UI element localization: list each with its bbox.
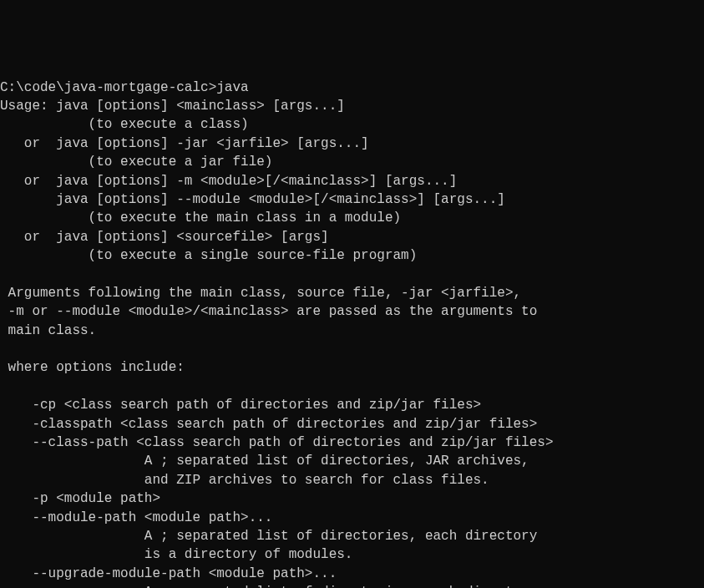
output-line: Usage: java [options] <mainclass> [args.… bbox=[0, 99, 345, 114]
output-line: Arguments following the main class, sour… bbox=[0, 286, 521, 301]
output-line: main class. bbox=[0, 323, 96, 338]
output-line: or java [options] <sourcefile> [args] bbox=[0, 230, 329, 245]
output-line: -classpath <class search path of directo… bbox=[0, 417, 537, 432]
output-line: or java [options] -m <module>[/<mainclas… bbox=[0, 174, 457, 189]
output-line: A ; separated list of directories, each … bbox=[0, 585, 537, 588]
command-prompt: C:\code\java-mortgage-calc>java bbox=[0, 80, 249, 95]
output-line: A ; separated list of directories, each … bbox=[0, 529, 537, 544]
output-line: java [options] --module <module>[/<mainc… bbox=[0, 192, 505, 207]
output-line: (to execute a jar file) bbox=[0, 155, 272, 170]
output-line: or java [options] -jar <jarfile> [args..… bbox=[0, 136, 369, 151]
output-line: -m or --module <module>/<mainclass> are … bbox=[0, 304, 537, 319]
output-line: -cp <class search path of directories an… bbox=[0, 398, 481, 413]
output-line: --upgrade-module-path <module path>... bbox=[0, 566, 337, 581]
output-line: and ZIP archives to search for class fil… bbox=[0, 473, 489, 488]
output-line: -p <module path> bbox=[0, 491, 160, 506]
output-line: is a directory of modules. bbox=[0, 547, 352, 562]
output-line: --class-path <class search path of direc… bbox=[0, 435, 554, 450]
output-line: (to execute the main class in a module) bbox=[0, 210, 401, 226]
output-line: (to execute a single source-file program… bbox=[0, 248, 417, 263]
terminal-output[interactable]: C:\code\java-mortgage-calc>java Usage: j… bbox=[0, 79, 704, 588]
output-line: --module-path <module path>... bbox=[0, 510, 272, 525]
output-line: where options include: bbox=[0, 360, 185, 375]
output-line: (to execute a class) bbox=[0, 117, 249, 132]
output-line: A ; separated list of directories, JAR a… bbox=[0, 454, 529, 469]
